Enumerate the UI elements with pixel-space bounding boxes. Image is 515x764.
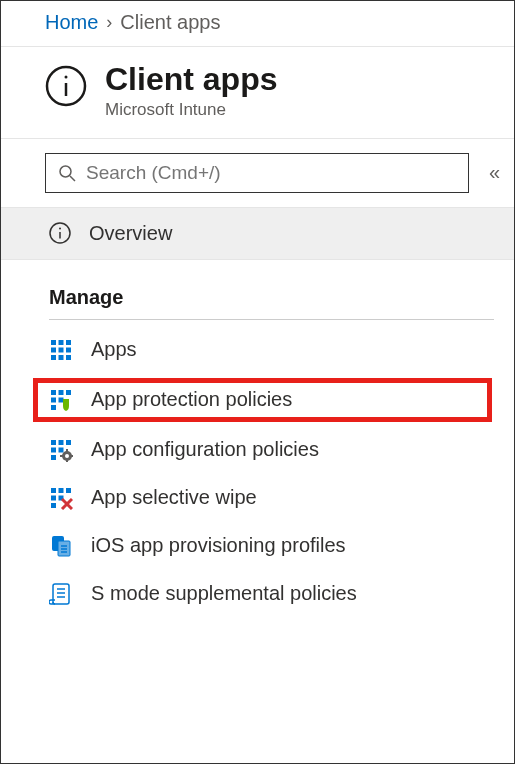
grid-icon — [49, 338, 73, 362]
info-icon — [45, 65, 87, 107]
svg-rect-22 — [51, 405, 56, 410]
collapse-icon[interactable]: « — [489, 161, 494, 184]
svg-rect-20 — [51, 397, 56, 402]
divider — [49, 319, 494, 320]
nav-ios-provisioning-label: iOS app provisioning profiles — [91, 534, 346, 557]
breadcrumb-current: Client apps — [120, 11, 220, 34]
breadcrumb: Home › Client apps — [1, 1, 514, 47]
svg-rect-31 — [66, 449, 68, 452]
nav-overview[interactable]: Overview — [1, 208, 514, 260]
svg-rect-25 — [66, 440, 71, 445]
info-icon — [49, 222, 71, 244]
nav-app-selective-wipe[interactable]: App selective wipe — [1, 474, 514, 522]
nav-s-mode-policies[interactable]: S mode supplemental policies — [1, 570, 514, 618]
page-title: Client apps — [105, 61, 277, 98]
svg-rect-35 — [51, 488, 56, 493]
nav-app-protection-label: App protection policies — [91, 388, 292, 411]
svg-rect-27 — [59, 447, 64, 452]
nav-ios-provisioning-profiles[interactable]: iOS app provisioning profiles — [1, 522, 514, 570]
svg-rect-19 — [66, 390, 71, 395]
nav-app-selective-wipe-label: App selective wipe — [91, 486, 257, 509]
svg-rect-16 — [66, 355, 71, 360]
search-icon — [58, 164, 76, 182]
nav-app-configuration-policies[interactable]: App configuration policies — [1, 426, 514, 474]
nav-overview-label: Overview — [89, 222, 172, 245]
svg-rect-40 — [51, 503, 56, 508]
grid-delete-icon — [49, 486, 73, 510]
page-subtitle: Microsoft Intune — [105, 100, 277, 120]
svg-rect-15 — [59, 355, 64, 360]
svg-rect-37 — [66, 488, 71, 493]
svg-rect-33 — [60, 455, 63, 457]
page-header: Client apps Microsoft Intune — [1, 47, 514, 139]
svg-rect-14 — [51, 355, 56, 360]
svg-rect-38 — [51, 495, 56, 500]
svg-rect-8 — [51, 340, 56, 345]
svg-rect-28 — [51, 455, 56, 460]
svg-rect-12 — [59, 347, 64, 352]
svg-rect-11 — [51, 347, 56, 352]
nav-app-protection-policies[interactable]: App protection policies — [1, 376, 514, 424]
svg-rect-10 — [66, 340, 71, 345]
svg-rect-32 — [66, 460, 68, 462]
svg-rect-18 — [59, 390, 64, 395]
svg-rect-9 — [59, 340, 64, 345]
svg-point-1 — [65, 76, 68, 79]
svg-rect-13 — [66, 347, 71, 352]
grid-shield-icon — [49, 388, 73, 412]
svg-line-4 — [70, 176, 75, 181]
nav-s-mode-label: S mode supplemental policies — [91, 582, 357, 605]
svg-rect-21 — [59, 397, 64, 402]
search-box[interactable] — [45, 153, 469, 193]
svg-point-3 — [60, 166, 71, 177]
nav-apps[interactable]: Apps — [1, 326, 514, 374]
scroll-icon — [49, 582, 73, 606]
svg-point-30 — [65, 454, 69, 458]
svg-rect-36 — [59, 488, 64, 493]
search-input[interactable] — [86, 162, 456, 184]
grid-gear-icon — [49, 438, 73, 462]
section-manage-title: Manage — [1, 260, 514, 319]
svg-point-6 — [59, 228, 61, 230]
breadcrumb-home[interactable]: Home — [45, 11, 98, 34]
nav-app-configuration-label: App configuration policies — [91, 438, 319, 461]
chevron-right-icon: › — [106, 12, 112, 33]
svg-rect-17 — [51, 390, 56, 395]
nav-apps-label: Apps — [91, 338, 137, 361]
svg-rect-34 — [71, 455, 73, 457]
svg-rect-48 — [53, 584, 69, 604]
document-icon — [49, 534, 73, 558]
svg-rect-23 — [51, 440, 56, 445]
svg-rect-24 — [59, 440, 64, 445]
svg-rect-26 — [51, 447, 56, 452]
